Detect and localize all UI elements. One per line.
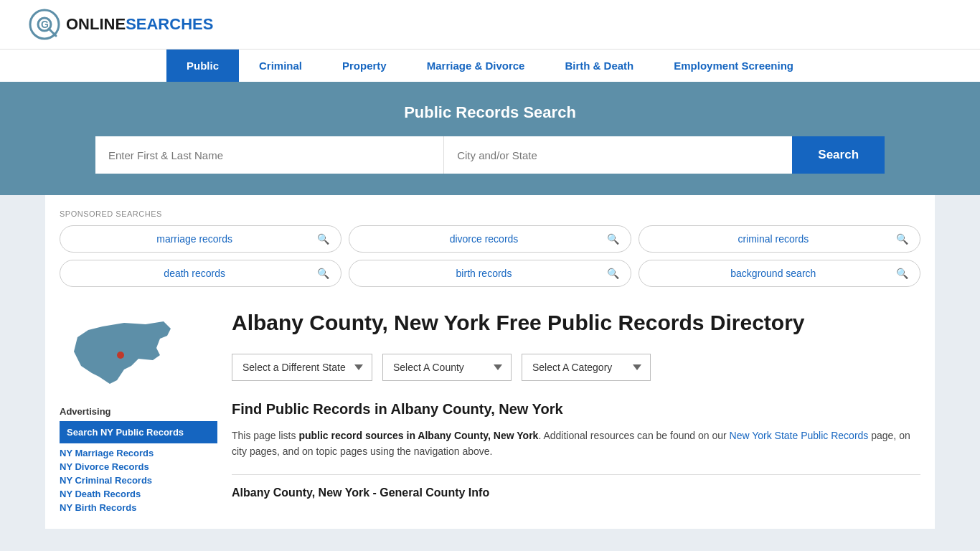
- sponsored-item-background[interactable]: background search 🔍: [639, 260, 920, 287]
- header: G ONLINESEARCHES: [0, 0, 980, 49]
- state-dropdown[interactable]: Select a Different State: [232, 354, 372, 381]
- search-icon-5: 🔍: [607, 268, 619, 279]
- dropdown-row: Select a Different State Select A County…: [232, 354, 920, 381]
- search-icon-4: 🔍: [317, 268, 329, 279]
- ny-map-container: [60, 309, 189, 395]
- find-heading: Find Public Records in Albany County, Ne…: [232, 401, 920, 418]
- nav-item-public[interactable]: Public: [166, 50, 239, 82]
- county-dropdown[interactable]: Select A County: [382, 354, 512, 381]
- sponsored-link-marriage[interactable]: marriage records: [72, 233, 317, 245]
- svg-line-2: [49, 29, 56, 36]
- logo-online: ONLINE: [66, 15, 126, 33]
- page-title: Albany County, New York Free Public Reco…: [232, 309, 920, 336]
- sponsored-link-background[interactable]: background search: [651, 268, 896, 279]
- main-content: Albany County, New York Free Public Reco…: [232, 309, 920, 514]
- svg-text:G: G: [41, 19, 49, 30]
- desc-text-2: . Additional resources can be found on o…: [538, 430, 729, 441]
- ny-map-svg: [60, 309, 189, 395]
- sidebar-link-divorce[interactable]: NY Divorce Records: [60, 460, 217, 474]
- desc-text-1: This page lists: [232, 430, 298, 441]
- sidebar-link-marriage[interactable]: NY Marriage Records: [60, 446, 217, 460]
- sponsored-section: SPONSORED SEARCHES marriage records 🔍 di…: [60, 209, 920, 287]
- nav-item-property[interactable]: Property: [322, 50, 407, 82]
- section-heading: Albany County, New York - General County…: [232, 474, 920, 499]
- nav-item-criminal[interactable]: Criminal: [239, 50, 322, 82]
- search-icon-2: 🔍: [607, 233, 619, 245]
- description: This page lists public record sources in…: [232, 428, 920, 460]
- sponsored-link-divorce[interactable]: divorce records: [361, 233, 606, 245]
- category-dropdown[interactable]: Select A Category: [522, 354, 651, 381]
- sponsored-grid: marriage records 🔍 divorce records 🔍 cri…: [60, 225, 920, 287]
- nav-item-marriage[interactable]: Marriage & Divorce: [407, 50, 545, 82]
- logo-icon: G: [29, 9, 60, 40]
- sponsored-link-death[interactable]: death records: [72, 268, 317, 279]
- content-area: Advertising Search NY Public Records NY …: [60, 309, 920, 514]
- advertising-label: Advertising: [60, 406, 217, 417]
- sponsored-link-criminal[interactable]: criminal records: [651, 233, 896, 245]
- search-button[interactable]: Search: [792, 136, 885, 174]
- sponsored-item-death[interactable]: death records 🔍: [60, 260, 341, 287]
- search-icon-1: 🔍: [317, 233, 329, 245]
- search-icon-6: 🔍: [896, 268, 908, 279]
- name-input[interactable]: [95, 136, 444, 174]
- nav-item-birth-death[interactable]: Birth & Death: [545, 50, 654, 82]
- sponsored-link-birth[interactable]: birth records: [361, 268, 606, 279]
- main-container: SPONSORED SEARCHES marriage records 🔍 di…: [45, 195, 935, 529]
- search-row: Search: [95, 136, 885, 174]
- sponsored-item-marriage[interactable]: marriage records 🔍: [60, 225, 341, 253]
- nav-item-employment[interactable]: Employment Screening: [654, 50, 814, 82]
- sidebar: Advertising Search NY Public Records NY …: [60, 309, 217, 514]
- sidebar-link-death[interactable]: NY Death Records: [60, 487, 217, 501]
- logo-searches: SEARCHES: [126, 15, 213, 33]
- search-banner-title: Public Records Search: [29, 103, 951, 122]
- sponsored-item-birth[interactable]: birth records 🔍: [349, 260, 631, 287]
- logo-text: ONLINESEARCHES: [66, 15, 213, 34]
- sidebar-link-birth[interactable]: NY Birth Records: [60, 501, 217, 514]
- sidebar-highlight[interactable]: Search NY Public Records: [60, 421, 217, 443]
- logo: G ONLINESEARCHES: [29, 9, 213, 40]
- sponsored-item-criminal[interactable]: criminal records 🔍: [639, 225, 920, 253]
- city-input[interactable]: [444, 136, 792, 174]
- main-nav: Public Criminal Property Marriage & Divo…: [0, 49, 980, 82]
- desc-link[interactable]: New York State Public Records: [730, 430, 869, 441]
- desc-bold: public record sources in Albany County, …: [298, 430, 538, 441]
- sponsored-item-divorce[interactable]: divorce records 🔍: [349, 225, 631, 253]
- sidebar-link-criminal[interactable]: NY Criminal Records: [60, 474, 217, 487]
- search-banner: Public Records Search Search: [0, 82, 980, 195]
- svg-point-4: [117, 352, 124, 359]
- search-icon-3: 🔍: [896, 233, 908, 245]
- sponsored-label: SPONSORED SEARCHES: [60, 209, 920, 218]
